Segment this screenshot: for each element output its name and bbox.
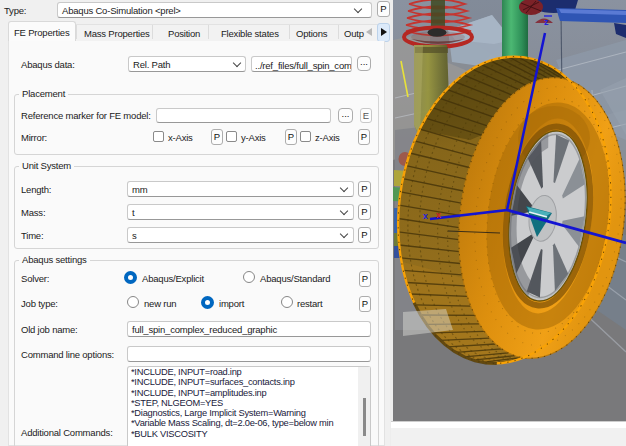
svg-text:x: x bbox=[436, 210, 441, 220]
svg-text:z: z bbox=[544, 17, 549, 27]
svg-text:x: x bbox=[423, 211, 428, 221]
